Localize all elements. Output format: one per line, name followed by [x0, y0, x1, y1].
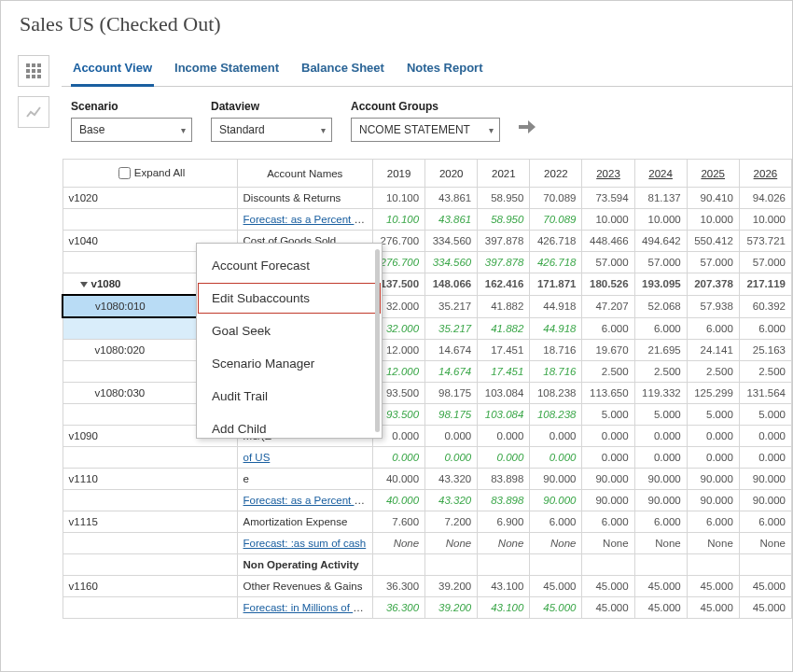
table-row[interactable]: v1080:030ses93.50098.175103.084108.23811… — [63, 382, 792, 403]
col-year-2019: 2019 — [373, 160, 425, 188]
svg-rect-6 — [26, 75, 30, 78]
chart-icon — [25, 104, 42, 120]
table-row[interactable]: v1090me/(E0.0000.0000.0000.0000.0000.000… — [63, 425, 792, 446]
svg-rect-5 — [37, 69, 41, 73]
ctx-edit-subaccounts[interactable]: Edit Subaccounts — [197, 282, 382, 315]
scenario-label: Scenario — [71, 100, 192, 113]
col-year-2024[interactable]: 2024 — [634, 160, 687, 188]
svg-rect-2 — [37, 63, 41, 67]
expand-all-header[interactable]: Expand All — [63, 160, 237, 188]
svg-rect-8 — [37, 75, 41, 78]
left-rail — [1, 46, 52, 619]
page-title: Sales US (Checked Out) — [1, 1, 792, 46]
table-row[interactable]: v1080:01032.00035.21741.88244.91847.2075… — [63, 295, 792, 317]
ctx-scenario-manager[interactable]: Scenario Manager — [197, 347, 382, 380]
table-row[interactable]: Forecast: as a Percent of F10.10043.8615… — [63, 209, 792, 231]
col-year-2021: 2021 — [478, 160, 530, 188]
chart-view-button[interactable] — [18, 96, 49, 128]
col-year-2020: 2020 — [425, 160, 478, 188]
svg-rect-7 — [32, 75, 35, 78]
table-row[interactable]: Forecast: in Millions of US36.30039.2004… — [63, 596, 792, 618]
grid-icon — [25, 63, 42, 79]
col-account-names: Account Names — [237, 160, 372, 188]
grid-view-button[interactable] — [18, 55, 49, 87]
table-row[interactable]: Non Operating Activity — [63, 553, 792, 575]
tab-income-statement[interactable]: Income Statement — [173, 55, 281, 86]
chevron-down-icon: ▾ — [489, 125, 494, 135]
table-row[interactable]: v1110e40.00043.32083.89890.00090.00090.0… — [63, 468, 792, 489]
table-row[interactable]: v1160Other Revenues & Gains36.30039.2004… — [63, 575, 792, 596]
svg-rect-0 — [26, 63, 30, 67]
scenario-select[interactable]: Base ▾ — [71, 118, 192, 142]
tab-notes-report[interactable]: Notes Report — [405, 55, 485, 86]
account-groups-label: Account Groups — [351, 100, 500, 113]
account-grid[interactable]: Expand All Account Names 201920202021202… — [62, 159, 792, 619]
svg-rect-1 — [32, 63, 35, 67]
dataview-label: Dataview — [211, 100, 332, 113]
table-row[interactable]: Forecast: as a Percent of S276.700334.56… — [63, 252, 792, 273]
table-row[interactable]: of US0.0000.0000.0000.0000.0000.0000.000… — [63, 446, 792, 468]
col-year-2022: 2022 — [530, 160, 582, 188]
table-row[interactable]: nt of S12.00014.67417.45118.7162.5002.50… — [63, 360, 792, 382]
forecast-link[interactable]: of US — [243, 452, 271, 463]
col-year-2025[interactable]: 2025 — [687, 160, 739, 188]
scenario-value: Base — [79, 123, 104, 136]
expand-all-label: Expand All — [134, 167, 185, 178]
forecast-link[interactable]: Forecast: in Millions of US — [243, 602, 369, 613]
ctx-add-child[interactable]: Add Child — [197, 413, 382, 439]
col-year-2023[interactable]: 2023 — [582, 160, 634, 188]
tab-balance-sheet[interactable]: Balance Sheet — [299, 55, 386, 86]
col-year-2026[interactable]: 2026 — [739, 160, 791, 188]
table-row[interactable]: Forecast: :as sum of cashNoneNoneNoneNon… — [63, 532, 792, 553]
expand-all-checkbox[interactable] — [118, 167, 131, 179]
ctx-account-forecast[interactable]: Account Forecast — [197, 249, 382, 282]
chevron-down-icon: ▾ — [181, 125, 186, 135]
table-row[interactable]: v1080Total SG & A Expense137.500148.0661… — [63, 273, 792, 296]
svg-rect-4 — [32, 69, 35, 73]
table-row[interactable]: nt of S32.00035.21741.88244.9186.0006.00… — [63, 317, 792, 339]
forecast-link[interactable]: Forecast: as a Percent of D — [243, 495, 373, 506]
tabs: Account ViewIncome StatementBalance Shee… — [62, 46, 792, 87]
table-row[interactable]: v1115Amortization Expense7.6007.2006.900… — [63, 511, 792, 532]
table-row[interactable]: v1040Cost of Goods Sold276.700334.560397… — [63, 231, 792, 252]
arrow-right-icon — [519, 120, 536, 133]
context-menu: Account ForecastEdit SubaccountsGoal See… — [196, 243, 383, 439]
dataview-select[interactable]: Standard ▾ — [211, 118, 332, 142]
ctx-audit-trail[interactable]: Audit Trail — [197, 380, 382, 413]
chevron-down-icon: ▾ — [321, 125, 326, 135]
tab-account-view[interactable]: Account View — [71, 55, 154, 87]
table-row[interactable]: Forecast: as a Percent of D40.00043.3208… — [63, 489, 792, 511]
go-button[interactable] — [519, 119, 536, 142]
table-row[interactable]: v1080:02012.00014.67417.45118.71619.6702… — [63, 339, 792, 360]
dataview-value: Standard — [219, 123, 265, 136]
svg-rect-3 — [26, 69, 30, 73]
table-row[interactable]: n Rate93.50098.175103.084108.2385.0005.0… — [63, 403, 792, 425]
filter-row: Scenario Base ▾ Dataview Standard ▾ Acco… — [62, 87, 792, 159]
scrollbar[interactable] — [375, 249, 380, 432]
ctx-goal-seek[interactable]: Goal Seek — [197, 315, 382, 347]
account-groups-select[interactable]: NCOME STATEMENT ▾ — [351, 118, 500, 142]
account-groups-value: NCOME STATEMENT — [359, 123, 470, 136]
forecast-link[interactable]: Forecast: as a Percent of F — [243, 214, 373, 225]
forecast-link[interactable]: Forecast: :as sum of cash — [243, 538, 367, 549]
table-row[interactable]: v1020Discounts & Returns10.10043.86158.9… — [63, 188, 792, 209]
